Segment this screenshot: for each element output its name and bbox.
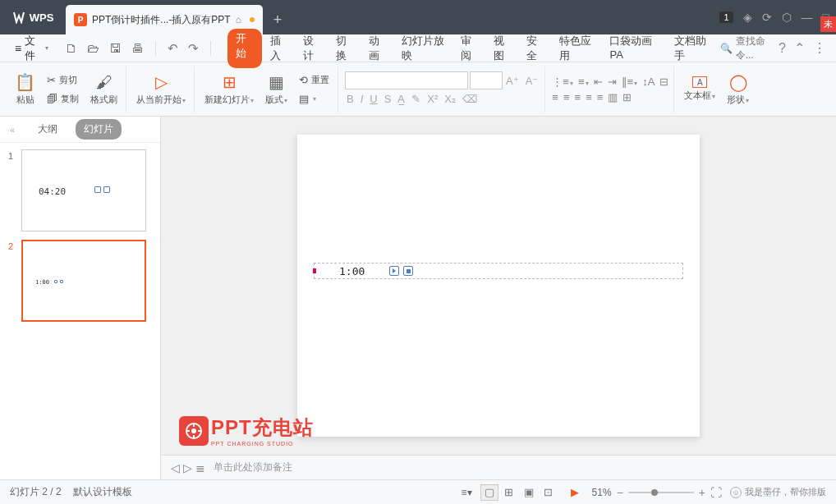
shirt-icon[interactable]: ⬡ bbox=[782, 11, 792, 24]
superscript-button[interactable]: X² bbox=[425, 91, 439, 107]
align-text-button[interactable]: ⊟ bbox=[659, 76, 668, 88]
italic-button[interactable]: I bbox=[359, 91, 365, 107]
text-direction-button[interactable]: ↕A bbox=[642, 76, 655, 88]
zoom-slider-handle[interactable] bbox=[651, 489, 658, 496]
menubar: ≡ 文件 ▾ 🗋 🗁 🖫 🖶 ↶ ↷ 开始 插入 设计 切换 动画 幻灯片放映 … bbox=[0, 34, 836, 62]
sync-icon[interactable]: ⟳ bbox=[762, 11, 772, 24]
slide-canvas[interactable]: 1:00 bbox=[297, 135, 700, 437]
clipboard-group: 📋 粘贴 ✂剪切 🗐复制 🖌 格式刷 bbox=[7, 66, 126, 112]
zoom-out-button[interactable]: − bbox=[617, 486, 623, 499]
tab-pocket-anim[interactable]: 口袋动画 PA bbox=[603, 29, 666, 68]
textbox-button[interactable]: A 文本框▾ bbox=[681, 75, 719, 103]
tab-doc-helper[interactable]: 文档助手 bbox=[668, 29, 717, 68]
layout-button[interactable]: ▦ 版式▾ bbox=[262, 71, 291, 108]
bold-button[interactable]: B bbox=[345, 91, 356, 107]
tab-design[interactable]: 设计 bbox=[296, 29, 328, 68]
mini-stop-icon bbox=[60, 280, 63, 283]
collapse-panel-icon[interactable]: « bbox=[10, 125, 15, 135]
underline-button[interactable]: U bbox=[368, 91, 379, 107]
timer-textbox[interactable]: 1:00 bbox=[314, 263, 683, 279]
tab-review[interactable]: 审阅 bbox=[454, 29, 485, 68]
notification-badge[interactable]: 1 bbox=[719, 11, 733, 23]
decrease-font-icon[interactable]: A⁻ bbox=[524, 73, 540, 89]
tab-view[interactable]: 视图 bbox=[487, 29, 518, 68]
subscript-button[interactable]: X₂ bbox=[443, 91, 457, 107]
clear-format-button[interactable]: ⌫ bbox=[461, 91, 479, 107]
assistant[interactable]: ☺ 我是墨仔，帮你排版 bbox=[730, 486, 826, 498]
minimize-button[interactable]: — bbox=[802, 11, 813, 24]
bullets-button[interactable]: ⋮≡▾ bbox=[552, 76, 573, 88]
redo-icon[interactable]: ↷ bbox=[186, 39, 200, 57]
tab-insert[interactable]: 插入 bbox=[264, 29, 295, 68]
timer-play-button[interactable] bbox=[389, 266, 399, 276]
tab-start[interactable]: 开始 bbox=[227, 29, 262, 68]
slideshow-button[interactable]: ▶ bbox=[566, 484, 584, 501]
notes-placeholder[interactable]: 单击此处添加备注 bbox=[214, 460, 292, 474]
tab-slideshow[interactable]: 幻灯片放映 bbox=[395, 29, 453, 68]
increase-font-icon[interactable]: A⁺ bbox=[504, 73, 521, 89]
tab-transition[interactable]: 切换 bbox=[329, 29, 361, 68]
columns-button[interactable]: ▥ bbox=[608, 91, 618, 103]
tab-security[interactable]: 安全 bbox=[520, 29, 551, 68]
normal-view-button[interactable]: ▢ bbox=[480, 484, 498, 501]
increase-indent-button[interactable]: ⇥ bbox=[608, 76, 617, 88]
notes-nav-left-icon[interactable]: ◁ bbox=[171, 461, 180, 474]
slide-thumbnail-1[interactable]: 04:20 bbox=[21, 149, 146, 231]
undo-icon[interactable]: ↶ bbox=[166, 39, 180, 57]
thumbnails-list: 1 04:20 2 1:00 bbox=[0, 143, 160, 479]
justify-button[interactable]: ≡ bbox=[586, 91, 592, 103]
new-slide-button[interactable]: ⊞ 新建幻灯片▾ bbox=[201, 71, 257, 108]
reset-button[interactable]: ⟲重置 bbox=[296, 72, 333, 88]
copy-button[interactable]: 🗐复制 bbox=[44, 91, 82, 107]
align-right-button[interactable]: ≡ bbox=[575, 91, 581, 103]
main-area: « 大纲 幻灯片 1 04:20 2 1:00 bbox=[0, 117, 836, 479]
distribute-button[interactable]: ≡ bbox=[597, 91, 604, 103]
new-icon[interactable]: 🗋 bbox=[63, 39, 79, 57]
slide-thumbnail-2[interactable]: 1:00 bbox=[21, 240, 146, 322]
outline-tab[interactable]: 大纲 bbox=[30, 119, 66, 140]
align-left-button[interactable]: ≡ bbox=[552, 91, 558, 103]
view-menu-icon[interactable]: ≡▾ bbox=[462, 487, 472, 498]
view-buttons: ▢ ⊞ ▣ ⊡ bbox=[480, 484, 558, 501]
from-current-button[interactable]: ▷ 从当前开始▾ bbox=[133, 71, 189, 108]
sorter-view-button[interactable]: ⊞ bbox=[500, 484, 518, 501]
align-center-button[interactable]: ≡ bbox=[563, 91, 570, 103]
open-icon[interactable]: 🗁 bbox=[85, 39, 101, 57]
fit-window-button[interactable]: ⛶ bbox=[710, 486, 722, 499]
skin-icon[interactable]: ◈ bbox=[743, 11, 752, 24]
highlight-button[interactable]: ✎ bbox=[410, 91, 422, 107]
notes-toggle-icon[interactable]: ≣ bbox=[195, 461, 205, 474]
zoom-in-button[interactable]: + bbox=[699, 486, 705, 499]
notes-view-button[interactable]: ⊡ bbox=[540, 484, 558, 501]
font-color-button[interactable]: A̲ bbox=[396, 91, 407, 107]
section-button[interactable]: ▤▾ bbox=[296, 91, 333, 107]
print-icon[interactable]: 🖶 bbox=[130, 39, 145, 57]
numbering-button[interactable]: ≡▾ bbox=[578, 76, 589, 88]
reading-view-button[interactable]: ▣ bbox=[520, 484, 538, 501]
textbox-icon: A bbox=[692, 76, 707, 88]
decrease-indent-button[interactable]: ⇤ bbox=[594, 76, 603, 88]
zoom-slider-track[interactable] bbox=[628, 492, 694, 493]
more-icon[interactable]: ⋮ bbox=[813, 40, 826, 56]
timer-stop-button[interactable] bbox=[403, 266, 413, 276]
collapse-ribbon-icon[interactable]: ⌃ bbox=[794, 40, 805, 56]
line-spacing-button[interactable]: ‖≡▾ bbox=[622, 76, 638, 88]
strikethrough-button[interactable]: S bbox=[383, 91, 393, 107]
search-command[interactable]: 🔍 查找命令... bbox=[720, 34, 770, 62]
paste-button[interactable]: 📋 粘贴 bbox=[11, 71, 39, 108]
notes-nav-right-icon[interactable]: ▷ bbox=[183, 461, 192, 474]
font-size-select[interactable] bbox=[470, 71, 503, 89]
file-menu[interactable]: ≡ 文件 ▾ bbox=[10, 30, 53, 66]
slides-tab[interactable]: 幻灯片 bbox=[76, 119, 122, 140]
shape-button[interactable]: ◯ 形状▾ bbox=[723, 71, 752, 108]
tab-features[interactable]: 特色应用 bbox=[553, 29, 602, 68]
cut-button[interactable]: ✂剪切 bbox=[44, 72, 82, 88]
presentation-icon: P bbox=[74, 13, 87, 26]
help-icon[interactable]: ? bbox=[779, 41, 786, 56]
tab-animation[interactable]: 动画 bbox=[362, 29, 393, 68]
zoom-value[interactable]: 51% bbox=[592, 487, 612, 498]
format-painter-button[interactable]: 🖌 格式刷 bbox=[87, 71, 121, 108]
font-family-select[interactable] bbox=[345, 71, 468, 89]
smartart-button[interactable]: ⊞ bbox=[622, 91, 632, 103]
save-icon[interactable]: 🖫 bbox=[108, 39, 123, 57]
